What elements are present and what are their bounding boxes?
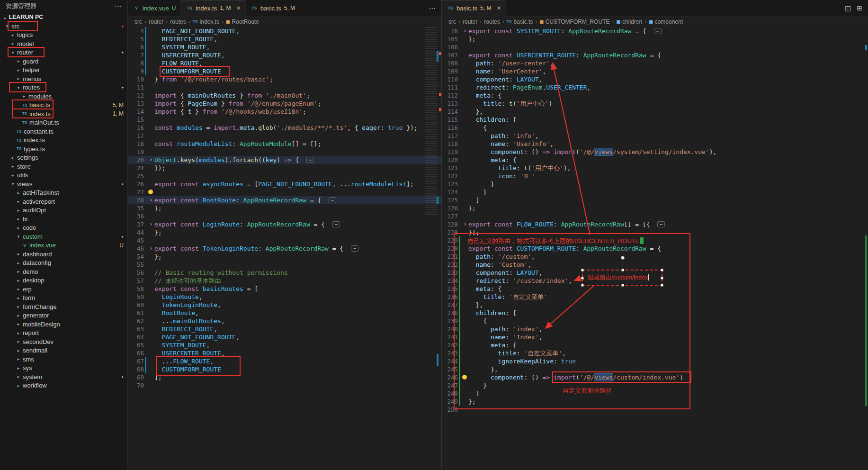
code-line-110[interactable]: 110 component: LAYOUT, <box>442 75 868 83</box>
tree-item-sys[interactable]: ▸sys <box>0 364 127 373</box>
tree-item-router[interactable]: ▾router● <box>0 48 127 57</box>
code-line-123[interactable]: 123 } <box>442 180 868 188</box>
code-line-4[interactable]: 4 PAGE_NOT_FOUND_ROUTE, <box>128 27 441 35</box>
tab-index.vue[interactable]: Vindex.vueU <box>128 0 181 16</box>
breadcrumb-src[interactable]: src <box>134 18 142 25</box>
code-line-232[interactable]: 232 name: 'Custom', <box>442 261 868 269</box>
code-line-109[interactable]: 109 name: 'UserCenter', <box>442 67 868 75</box>
fold-chevron-icon[interactable]: › <box>148 156 154 164</box>
code-line-105[interactable]: 105}; <box>442 35 868 43</box>
code-line-248[interactable]: 248 ] <box>442 389 868 398</box>
tree-item-mobileDesign[interactable]: ▸mobileDesign <box>0 320 127 329</box>
code-line-119[interactable]: 119 component: () => import('/@/views/sy… <box>442 148 868 156</box>
code-line-243[interactable]: 243 title: '自定义菜单', <box>442 349 868 357</box>
code-line-25[interactable]: 25 <box>128 172 441 180</box>
tree-item-index.ts[interactable]: TSindex.ts <box>0 136 127 145</box>
code-line-63[interactable]: 63 REDIRECT_ROUTE, <box>128 325 441 333</box>
code-line-233[interactable]: 233 component: LAYOUT, <box>442 269 868 277</box>
breadcrumb-component[interactable]: ▣component <box>649 18 683 25</box>
tree-item-formChange[interactable]: ▸formChange <box>0 302 127 311</box>
fold-chevron-icon[interactable]: › <box>462 27 468 35</box>
tree-item-auditOpt[interactable]: ▸auditOpt <box>0 206 127 215</box>
code-line-231[interactable]: 231 path: '/custom', <box>442 253 868 261</box>
tree-item-basic.ts[interactable]: TSbasic.ts5, M <box>0 101 127 110</box>
code-line-67[interactable]: 67 ...FLOW_ROUTE, <box>128 357 441 365</box>
fold-chevron-icon[interactable]: › <box>148 196 154 204</box>
minimap[interactable] <box>425 27 437 217</box>
code-line-125[interactable]: 125 ] <box>442 196 868 204</box>
breadcrumb-router[interactable]: router <box>463 18 477 25</box>
code-line-12[interactable]: 12import { mainOutRoutes } from './mainO… <box>128 91 441 99</box>
code-line-54[interactable]: 54}; <box>128 253 441 261</box>
code-line-6[interactable]: 6 SYSTEM_ROUTE, <box>128 43 441 51</box>
code-line-117[interactable]: 117 path: 'info', <box>442 132 868 140</box>
code-line-229[interactable]: 229 <box>442 236 868 244</box>
code-line-45[interactable]: 45 <box>128 236 441 244</box>
fold-chevron-icon[interactable]: › <box>148 244 154 253</box>
tree-item-settings[interactable]: ▸settings <box>0 154 127 163</box>
code-line-111[interactable]: 111 redirect: PageEnum.USER_CENTER, <box>442 83 868 91</box>
code-line-124[interactable]: 124 } <box>442 188 868 196</box>
code-line-15[interactable]: 15 <box>128 116 441 124</box>
tree-item-model[interactable]: ▸model <box>0 39 127 48</box>
tree-item-desktop[interactable]: ▸desktop <box>0 276 127 285</box>
code-line-17[interactable]: 17 <box>128 132 441 140</box>
code-line-126[interactable]: 126}; <box>442 204 868 212</box>
code-line-76[interactable]: 76›export const SYSTEM_ROUTE: AppRouteRe… <box>442 27 868 35</box>
code-line-120[interactable]: 120 meta: { <box>442 156 868 164</box>
tree-item-sendmail[interactable]: ▸sendmail <box>0 346 127 355</box>
tree-item-index.ts[interactable]: TSindex.ts1, M <box>0 109 127 118</box>
tree-item-index.vue[interactable]: Vindex.vueU <box>0 241 127 250</box>
code-line-5[interactable]: 5 REDIRECT_ROUTE, <box>128 35 441 43</box>
code-editor-basic-ts[interactable]: 76›export const SYSTEM_ROUTE: AppRouteRe… <box>442 27 868 470</box>
code-line-16[interactable]: 16const modules = import.meta.glob('./mo… <box>128 124 441 132</box>
code-line-14[interactable]: 14import { t } from '/@/hooks/web/useI18… <box>128 108 441 116</box>
tree-item-actHiTaskinst[interactable]: ▸actHiTaskinst <box>0 189 127 198</box>
code-line-245[interactable]: 245 }, <box>442 365 868 373</box>
code-line-24[interactable]: 24}); <box>128 164 441 172</box>
breadcrumb-index.ts[interactable]: TSindex.ts <box>193 18 219 25</box>
code-line-11[interactable]: 11 <box>128 83 441 91</box>
breadcrumb-CUSTOMFORM_ROUTE[interactable]: ▣CUSTOMFORM_ROUTE <box>539 18 609 25</box>
code-line-234[interactable]: 234 redirect: '/custom/index', <box>442 277 868 285</box>
tree-item-erp[interactable]: ▸erp <box>0 285 127 294</box>
close-icon[interactable]: × <box>497 4 501 12</box>
code-line-9[interactable]: 9 CUSTOMFORM_ROUTE <box>128 67 441 75</box>
code-line-242[interactable]: 242 meta: { <box>442 341 868 349</box>
code-line-116[interactable]: 116 { <box>442 124 868 132</box>
breadcrumb-routes[interactable]: routes <box>484 18 500 25</box>
tree-item-dashboard[interactable]: ▸dashboard <box>0 250 127 259</box>
tree-item-custom[interactable]: ▾custom● <box>0 232 127 241</box>
code-line-27[interactable]: 27 <box>128 188 441 196</box>
tree-item-sms[interactable]: ▸sms <box>0 355 127 364</box>
code-line-68[interactable]: 68 CUSTOMFORM_ROUTE <box>128 365 441 373</box>
code-line-19[interactable]: 19 <box>128 148 441 156</box>
code-line-57[interactable]: 57// 未经许可的基本路由 <box>128 277 441 285</box>
code-editor-index-ts[interactable]: 4 PAGE_NOT_FOUND_ROUTE,5 REDIRECT_ROUTE,… <box>128 27 441 470</box>
editor-layout-icon[interactable]: ⊞ <box>857 4 862 12</box>
code-line-7[interactable]: 7 USERCENTER_ROUTE, <box>128 51 441 59</box>
code-line-62[interactable]: 62 ...mainOutRoutes, <box>128 317 441 325</box>
tree-item-store[interactable]: ▸store <box>0 162 127 171</box>
code-line-59[interactable]: 59 LoginRoute, <box>128 293 441 301</box>
code-line-65[interactable]: 65 SYSTEM_ROUTE, <box>128 341 441 349</box>
code-line-35[interactable]: 35}; <box>128 204 441 212</box>
code-line-69[interactable]: 69]; <box>128 373 441 381</box>
code-line-240[interactable]: 240 path: 'index', <box>442 325 868 333</box>
tree-item-types.ts[interactable]: TStypes.ts <box>0 145 127 154</box>
tree-item-constant.ts[interactable]: TSconstant.ts <box>0 127 127 136</box>
code-line-106[interactable]: 106 <box>442 43 868 51</box>
tree-item-activereport[interactable]: ▸activereport <box>0 197 127 206</box>
code-line-113[interactable]: 113 title: t('用户中心') <box>442 99 868 108</box>
code-line-244[interactable]: 244 ignoreKeepAlive: true <box>442 357 868 365</box>
lightbulb-icon[interactable] <box>462 375 467 380</box>
breadcrumb-children[interactable]: ▣children <box>617 18 643 25</box>
explorer-more-icon[interactable]: ⋯ <box>115 2 122 10</box>
tree-item-generator[interactable]: ▸generator <box>0 311 127 320</box>
code-line-44[interactable]: 44}; <box>128 228 441 236</box>
code-line-122[interactable]: 122 icon: 'Я ' <box>442 172 868 180</box>
code-line-112[interactable]: 112 meta: { <box>442 91 868 99</box>
code-line-56[interactable]: 56// Basic routing without permissions <box>128 269 441 277</box>
code-line-66[interactable]: 66 USERCENTER_ROUTE, <box>128 349 441 357</box>
tree-item-helper[interactable]: ▸helper <box>0 66 127 75</box>
